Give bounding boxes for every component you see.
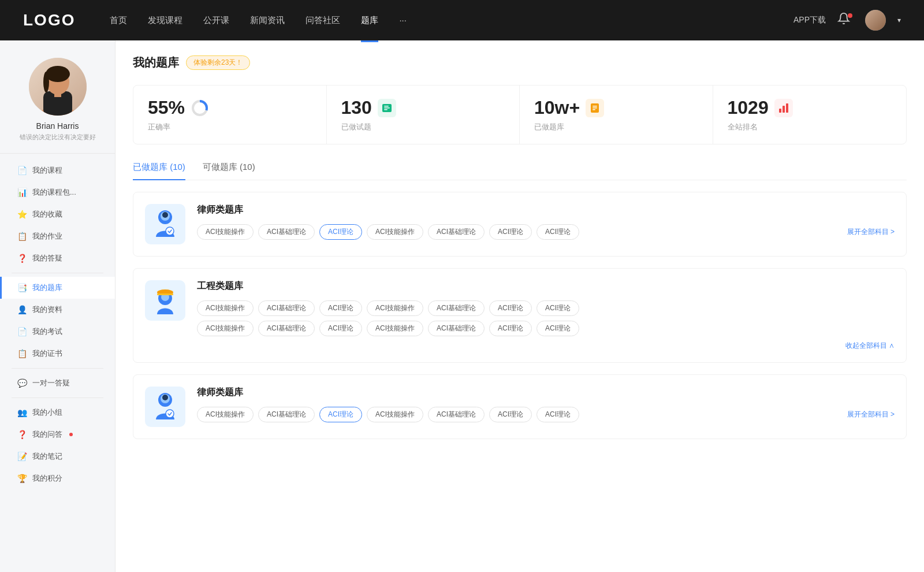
- sidebar-divider: [12, 273, 103, 273]
- sidebar-item-one-on-one[interactable]: 💬一对一答疑: [0, 372, 115, 394]
- sidebar-label-my-homework: 我的作业: [32, 231, 62, 242]
- stat-label-1: 已做试题: [341, 122, 505, 132]
- nav-logo: LOGO: [23, 11, 75, 29]
- tag-r1-bank-2-5[interactable]: ACI理论: [489, 300, 532, 316]
- sidebar-label-my-questions: 我的问答: [32, 429, 62, 440]
- tag-bank-1-5[interactable]: ACI理论: [489, 224, 532, 240]
- stat-value-0: 55%: [148, 97, 185, 118]
- tag-bank-3-2[interactable]: ACI理论: [319, 407, 362, 422]
- tag-r2-bank-2-2[interactable]: ACI理论: [319, 321, 362, 336]
- sidebar-item-my-profile[interactable]: 👤我的资料: [0, 299, 115, 321]
- bank-cards: 律师类题库ACI技能操作ACI基础理论ACI理论ACI技能操作ACI基础理论AC…: [133, 192, 907, 439]
- bank-icon-bank-2: [145, 280, 185, 321]
- sidebar-item-my-cert[interactable]: 📋我的证书: [0, 343, 115, 365]
- sidebar-item-my-points[interactable]: 🏆我的积分: [0, 467, 115, 489]
- sidebar-icon-my-questions: ❓: [17, 430, 27, 439]
- tag-bank-1-2[interactable]: ACI理论: [319, 224, 362, 240]
- tag-r2-bank-2-0[interactable]: ACI技能操作: [197, 321, 254, 336]
- svg-rect-18: [786, 103, 788, 113]
- sidebar-item-my-group[interactable]: 👥我的小组: [0, 402, 115, 424]
- tag-r1-bank-2-1[interactable]: ACI基础理论: [258, 300, 315, 316]
- bank-name-bank-3: 律师类题库: [197, 387, 895, 399]
- tag-bank-3-0[interactable]: ACI技能操作: [197, 407, 254, 422]
- tag-r1-bank-2-4[interactable]: ACI基础理论: [428, 300, 485, 316]
- main-content: 我的题库 体验剩余23天！ 55%正确率130已做试题10w+已做题库1029全…: [116, 40, 924, 572]
- nav-link-首页[interactable]: 首页: [110, 13, 127, 28]
- notification-dot-my-questions: [69, 433, 73, 436]
- user-avatar[interactable]: [865, 10, 886, 31]
- bank-icon-bank-1: [145, 204, 185, 244]
- tag-r1-bank-2-6[interactable]: ACI理论: [536, 300, 579, 316]
- svg-rect-10: [384, 107, 390, 109]
- svg-point-30: [162, 395, 168, 400]
- nav-link-新闻资讯[interactable]: 新闻资讯: [250, 13, 285, 28]
- tag-r2-bank-2-4[interactable]: ACI基础理论: [428, 321, 485, 336]
- stat-card-1: 130已做试题: [327, 86, 520, 144]
- tag-r2-bank-2-6[interactable]: ACI理论: [536, 321, 579, 336]
- sidebar-item-my-notes[interactable]: 📝我的笔记: [0, 445, 115, 467]
- tag-bank-3-6[interactable]: ACI理论: [536, 407, 579, 422]
- profile-section: Brian Harris 错误的决定比没有决定要好: [0, 58, 115, 154]
- bank-name-bank-2: 工程类题库: [197, 280, 895, 292]
- page-header: 我的题库 体验剩余23天！: [133, 55, 907, 70]
- tab-1[interactable]: 可做题库 (10): [203, 162, 255, 180]
- sidebar-item-my-packages[interactable]: 📊我的课程包...: [0, 181, 115, 203]
- svg-rect-17: [783, 106, 785, 113]
- tag-bank-3-4[interactable]: ACI基础理论: [428, 407, 485, 422]
- svg-rect-14: [593, 107, 597, 109]
- sidebar-icon-my-exam: 📄: [17, 327, 27, 336]
- svg-point-22: [166, 227, 174, 235]
- sidebar-item-my-favorites[interactable]: ⭐我的收藏: [0, 203, 115, 225]
- sidebar-item-my-questions[interactable]: ❓我的问答: [0, 424, 115, 445]
- expand-link-bank-3[interactable]: 展开全部科目 >: [847, 410, 895, 419]
- sidebar-item-my-qa[interactable]: ❓我的答疑: [0, 247, 115, 269]
- tag-bank-1-1[interactable]: ACI基础理论: [258, 224, 315, 240]
- app-download-link[interactable]: APP下载: [793, 15, 826, 25]
- tag-bank-1-6[interactable]: ACI理论: [536, 224, 579, 240]
- sidebar-icon-my-group: 👥: [17, 408, 27, 417]
- tag-bank-1-3[interactable]: ACI技能操作: [367, 224, 423, 240]
- tag-r2-bank-2-3[interactable]: ACI技能操作: [367, 321, 423, 336]
- sidebar-label-my-cert: 我的证书: [32, 348, 62, 359]
- stat-card-2: 10w+已做题库: [520, 86, 713, 144]
- notification-dot: [848, 13, 852, 18]
- profile-avatar[interactable]: [29, 58, 87, 116]
- tag-r2-bank-2-5[interactable]: ACI理论: [489, 321, 532, 336]
- tag-r1-bank-2-2[interactable]: ACI理论: [319, 300, 362, 316]
- tag-r1-bank-2-0[interactable]: ACI技能操作: [197, 300, 254, 316]
- tag-bank-3-5[interactable]: ACI理论: [489, 407, 532, 422]
- svg-point-31: [166, 410, 174, 418]
- sidebar-label-one-on-one: 一对一答疑: [32, 378, 70, 388]
- collapse-link-bank-2[interactable]: 收起全部科目 ∧: [845, 341, 895, 351]
- sidebar-label-my-notes: 我的笔记: [32, 451, 62, 462]
- tags-row-bank-3: ACI技能操作ACI基础理论ACI理论ACI技能操作ACI基础理论ACI理论AC…: [197, 407, 895, 422]
- sidebar-icon-my-profile: 👤: [17, 305, 27, 314]
- tag-r1-bank-2-3[interactable]: ACI技能操作: [367, 300, 423, 316]
- tag-bank-1-4[interactable]: ACI基础理论: [428, 224, 485, 240]
- sidebar-item-my-homework[interactable]: 📋我的作业: [0, 225, 115, 247]
- nav-link-题库[interactable]: 题库: [361, 13, 378, 28]
- user-menu-chevron[interactable]: ▾: [897, 16, 901, 24]
- sidebar-icon-my-courses: 📄: [17, 166, 27, 175]
- tab-0[interactable]: 已做题库 (10): [133, 162, 185, 180]
- tag-r2-bank-2-1[interactable]: ACI基础理论: [258, 321, 315, 336]
- bank-name-bank-1: 律师类题库: [197, 204, 895, 216]
- tag-bank-3-3[interactable]: ACI技能操作: [367, 407, 423, 422]
- sidebar-item-my-courses[interactable]: 📄我的课程: [0, 159, 115, 181]
- sidebar-item-my-exam[interactable]: 📄我的考试: [0, 321, 115, 343]
- expand-link-bank-1[interactable]: 展开全部科目 >: [847, 227, 895, 237]
- tag-bank-1-0[interactable]: ACI技能操作: [197, 224, 254, 240]
- sidebar-label-my-bank: 我的题库: [32, 283, 62, 293]
- nav-link-发现课程[interactable]: 发现课程: [148, 13, 182, 28]
- nav-link-问答社区[interactable]: 问答社区: [305, 13, 340, 28]
- page-wrapper: Brian Harris 错误的决定比没有决定要好 📄我的课程📊我的课程包...…: [0, 40, 924, 572]
- svg-point-21: [162, 212, 168, 218]
- bell-icon[interactable]: [837, 12, 854, 28]
- sidebar-item-my-bank[interactable]: 📑我的题库: [0, 277, 115, 299]
- sidebar-icon-my-cert: 📋: [17, 349, 27, 358]
- nav-link-公开课[interactable]: 公开课: [203, 13, 229, 28]
- bank-card-bank-1: 律师类题库ACI技能操作ACI基础理论ACI理论ACI技能操作ACI基础理论AC…: [133, 192, 907, 257]
- nav-link-···[interactable]: ···: [399, 13, 407, 28]
- stat-label-0: 正确率: [148, 122, 312, 132]
- tag-bank-3-1[interactable]: ACI基础理论: [258, 407, 315, 422]
